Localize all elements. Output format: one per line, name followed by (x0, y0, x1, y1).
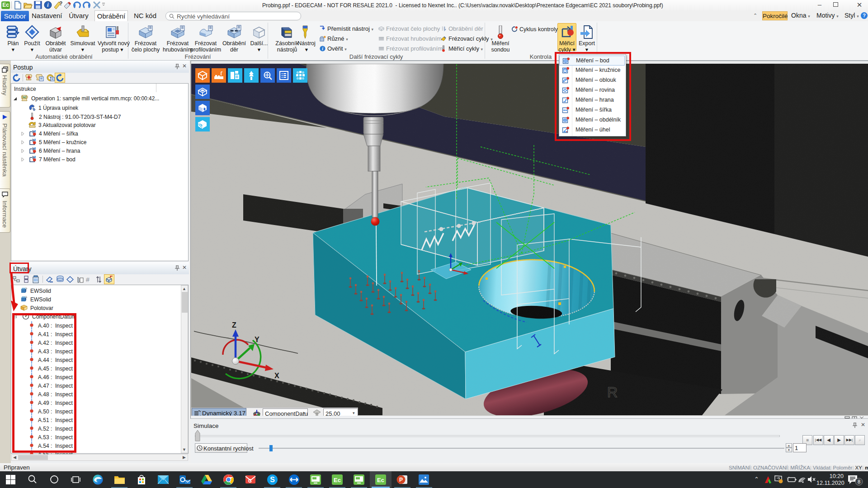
svg-text:P: P (399, 477, 403, 483)
svg-text:NC: NC (23, 96, 27, 99)
svg-text:G: G (248, 479, 252, 483)
svg-text:?: ? (59, 0, 62, 7)
svg-text:Ec: Ec (334, 477, 341, 483)
svg-text:S: S (270, 476, 275, 483)
svg-text:8: 8 (858, 479, 860, 484)
svg-text:Ec: Ec (377, 477, 384, 483)
svg-text:i: i (322, 47, 323, 51)
